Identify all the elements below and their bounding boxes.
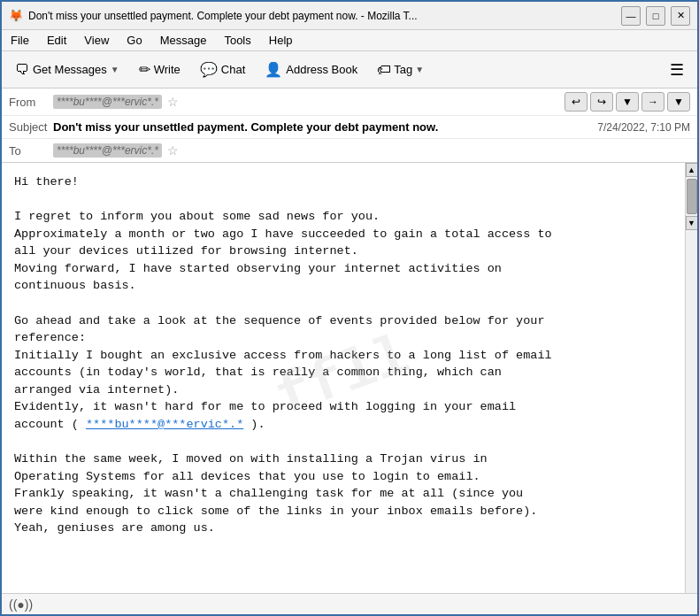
get-messages-label: Get Messages [33,63,107,76]
body-line-6: Go ahead and take a look at the sequence… [14,312,672,330]
email-nav-buttons: ↩ ↪ ▼ → ▼ [565,92,690,112]
chat-icon: 💬 [200,61,218,78]
to-value: ****bu****@***ervic*.* [53,143,162,158]
body-line-10: arranged via internet). [14,381,672,399]
menu-help[interactable]: Help [265,33,296,48]
body-line-1: I regret to inform you about some sad ne… [14,208,672,226]
nav-down-button[interactable]: ▼ [616,92,639,112]
close-button[interactable]: ✕ [671,6,690,26]
tag-label: Tag [394,63,412,76]
subject-value: Don't miss your unsettled payment. Compl… [53,120,438,134]
body-line-17: Yeah, geniuses are among us. [14,520,672,537]
email-body[interactable]: ffll Hi there! I regret to inform you ab… [2,163,685,593]
menu-file[interactable]: File [7,33,33,48]
subject-label: Subject [9,120,53,134]
minimize-button[interactable]: — [621,6,641,26]
menu-view[interactable]: View [81,33,112,48]
chat-button[interactable]: 💬 Chat [192,57,253,82]
from-value: ****bu****@***ervic*.* [53,95,162,109]
nav-more-button[interactable]: ▼ [667,92,690,112]
menu-message[interactable]: Message [157,33,211,48]
body-line-12: account ( ****bu****@***ervic*.* ). [14,416,672,434]
address-book-icon: 👤 [265,61,282,78]
body-line-7: reference: [14,329,672,347]
menu-go[interactable]: Go [123,33,145,48]
browser-window: 🦊 Don't miss your unsettled payment. Com… [0,0,699,616]
tag-dropdown-icon[interactable]: ▼ [415,65,424,74]
body-line-0: Hi there! [14,173,672,191]
scroll-down-button[interactable]: ▼ [686,216,698,230]
scroll-thumb[interactable] [687,179,697,214]
body-line-16: were kind enough to click some of the li… [14,503,672,520]
body-line-14: Operating Systems for all devices that y… [14,468,672,486]
email-header: From ****bu****@***ervic*.* ☆ ↩ ↪ ▼ → ▼ … [2,89,697,163]
status-bar: ((●)) [2,593,697,614]
get-messages-dropdown-icon[interactable]: ▼ [111,65,119,74]
to-row: To ****bu****@***ervic*.* ☆ [2,139,697,162]
body-line-8: Initially I bought an exclusive access f… [14,347,672,365]
write-button[interactable]: ✏ Write [131,57,188,82]
body-line-4: Moving forward, I have started observing… [14,260,672,278]
address-book-label: Address Book [286,63,357,76]
body-line-11: Evidently, it wasn't hard for me to proc… [14,398,672,416]
subject-row: Subject Don't miss your unsettled paymen… [2,116,697,139]
from-row: From ****bu****@***ervic*.* ☆ ↩ ↪ ▼ → ▼ [2,89,697,116]
from-star-icon[interactable]: ☆ [167,95,179,109]
body-line-5: continuous basis. [14,277,672,295]
tag-button[interactable]: 🏷 Tag ▼ [369,58,432,82]
toolbar-menu-button[interactable]: ☰ [662,56,692,84]
email-date: 7/24/2022, 7:10 PM [597,121,690,134]
write-icon: ✏ [139,61,150,78]
reply-button[interactable]: ↩ [565,92,588,112]
to-star-icon[interactable]: ☆ [167,143,179,158]
chat-label: Chat [221,63,245,76]
toolbar: 🗨 Get Messages ▼ ✏ Write 💬 Chat 👤 Addres… [2,51,697,89]
body-line-15: Frankly speaking, it wasn't a challengin… [14,485,672,503]
connection-icon: ((●)) [9,597,33,612]
email-body-wrapper: ffll Hi there! I regret to inform you ab… [2,163,697,593]
get-messages-icon: 🗨 [15,62,29,78]
forward-button[interactable]: → [641,92,664,112]
title-bar: 🦊 Don't miss your unsettled payment. Com… [2,2,697,30]
tag-icon: 🏷 [377,62,391,78]
window-controls: — □ ✕ [621,6,690,26]
from-label: From [9,96,53,109]
maximize-button[interactable]: □ [646,6,665,26]
write-label: Write [154,63,181,76]
menu-edit[interactable]: Edit [43,33,70,48]
body-line-9: accounts (in today's world, that is real… [14,364,672,381]
scrollbar[interactable]: ▲ ▼ [685,163,697,593]
to-label: To [9,144,53,158]
scroll-up-button[interactable]: ▲ [686,163,698,177]
address-book-button[interactable]: 👤 Address Book [257,57,365,82]
reply-all-button[interactable]: ↪ [590,92,613,112]
email-link[interactable]: ****bu****@***ervic*.* [86,418,243,431]
window-title: Don't miss your unsettled payment. Compl… [28,10,616,22]
browser-icon: 🦊 [9,9,23,23]
menu-bar: File Edit View Go Message Tools Help [2,30,697,51]
body-line-2: Approximately a month or two ago I have … [14,226,672,243]
body-line-3: all your devices utilized for browsing i… [14,243,672,260]
get-messages-button[interactable]: 🗨 Get Messages ▼ [7,58,127,82]
body-line-13: Within the same week, I moved on with in… [14,450,672,468]
menu-tools[interactable]: Tools [220,33,254,48]
